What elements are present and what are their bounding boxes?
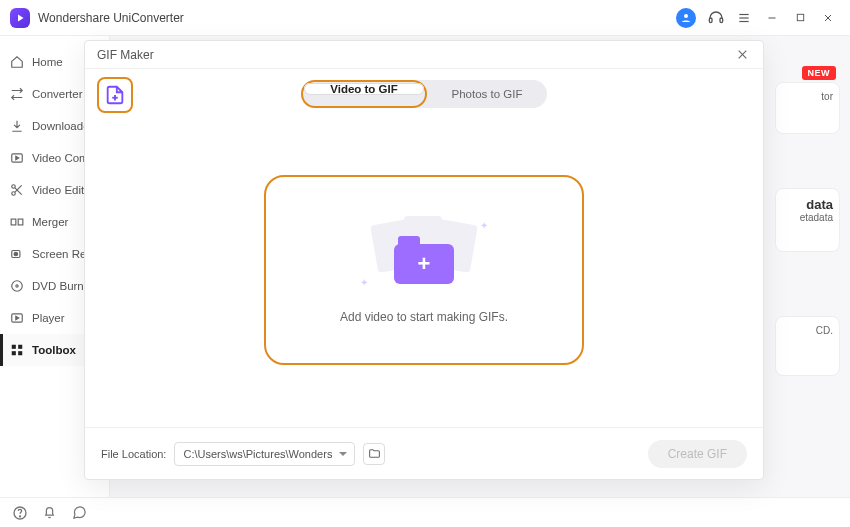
gif-maker-modal: GIF Maker Video to GIF Photos to GIF ✦✦ — [84, 40, 764, 480]
svg-rect-2 — [720, 18, 723, 23]
app-title: Wondershare UniConverter — [38, 11, 184, 25]
sidebar-item-label: Home — [32, 56, 63, 68]
grid-icon — [10, 343, 24, 357]
close-window-button[interactable] — [816, 6, 840, 30]
svg-point-18 — [14, 252, 18, 256]
app-logo — [10, 8, 30, 28]
folder-icon: + — [394, 244, 454, 284]
sidebar-item-label: Toolbox — [32, 344, 76, 356]
svg-rect-22 — [12, 345, 16, 349]
sidebar-item-label: Player — [32, 312, 65, 324]
merge-icon — [10, 215, 24, 229]
peek-card-2: data etadata — [775, 188, 840, 252]
bell-icon[interactable] — [42, 505, 58, 521]
svg-point-0 — [684, 14, 688, 18]
svg-rect-1 — [709, 18, 712, 23]
scissors-icon — [10, 183, 24, 197]
tab-photos-to-gif[interactable]: Photos to GIF — [427, 80, 547, 108]
file-location-label: File Location: — [101, 448, 166, 460]
svg-rect-16 — [18, 219, 23, 225]
sidebar-item-label: Converter — [32, 88, 83, 100]
menu-icon[interactable] — [732, 6, 756, 30]
converter-icon — [10, 87, 24, 101]
download-icon — [10, 119, 24, 133]
svg-point-11 — [12, 185, 16, 189]
titlebar: Wondershare UniConverter — [0, 0, 850, 36]
browse-folder-button[interactable] — [363, 443, 385, 465]
feedback-icon[interactable] — [72, 505, 88, 521]
svg-point-12 — [12, 192, 16, 196]
svg-point-27 — [19, 515, 20, 516]
disc-icon — [10, 279, 24, 293]
compress-icon — [10, 151, 24, 165]
close-icon[interactable] — [733, 46, 751, 64]
support-icon[interactable] — [704, 6, 728, 30]
new-badge: NEW — [802, 66, 837, 80]
svg-rect-24 — [12, 351, 16, 355]
dropzone[interactable]: ✦✦ + Add video to start making GIFs. — [264, 175, 584, 365]
sidebar-item-label: Merger — [32, 216, 68, 228]
add-file-button[interactable] — [97, 77, 133, 113]
help-icon[interactable] — [12, 505, 28, 521]
modal-title: GIF Maker — [97, 48, 154, 62]
minimize-button[interactable] — [760, 6, 784, 30]
modal-header: GIF Maker — [85, 41, 763, 69]
modal-footer: File Location: C:\Users\ws\Pictures\Wond… — [85, 427, 763, 479]
svg-point-19 — [12, 281, 23, 292]
dropzone-text: Add video to start making GIFs. — [340, 310, 508, 324]
status-bar — [0, 497, 850, 527]
play-icon — [10, 311, 24, 325]
svg-rect-23 — [18, 345, 22, 349]
create-gif-button[interactable]: Create GIF — [648, 440, 747, 468]
svg-rect-15 — [11, 219, 16, 225]
file-location-select[interactable]: C:\Users\ws\Pictures\Wonders — [174, 442, 355, 466]
folder-illustration: ✦✦ + — [364, 216, 484, 296]
svg-rect-25 — [18, 351, 22, 355]
home-icon — [10, 55, 24, 69]
peek-card-3: CD. — [775, 316, 840, 376]
svg-point-20 — [16, 285, 18, 287]
maximize-button[interactable] — [788, 6, 812, 30]
record-icon — [10, 247, 24, 261]
mode-switch: Video to GIF Photos to GIF — [301, 80, 547, 108]
tab-video-to-gif[interactable]: Video to GIF — [304, 83, 424, 95]
user-avatar[interactable] — [676, 8, 696, 28]
svg-rect-7 — [797, 14, 803, 20]
peek-card-1: tor — [775, 82, 840, 134]
